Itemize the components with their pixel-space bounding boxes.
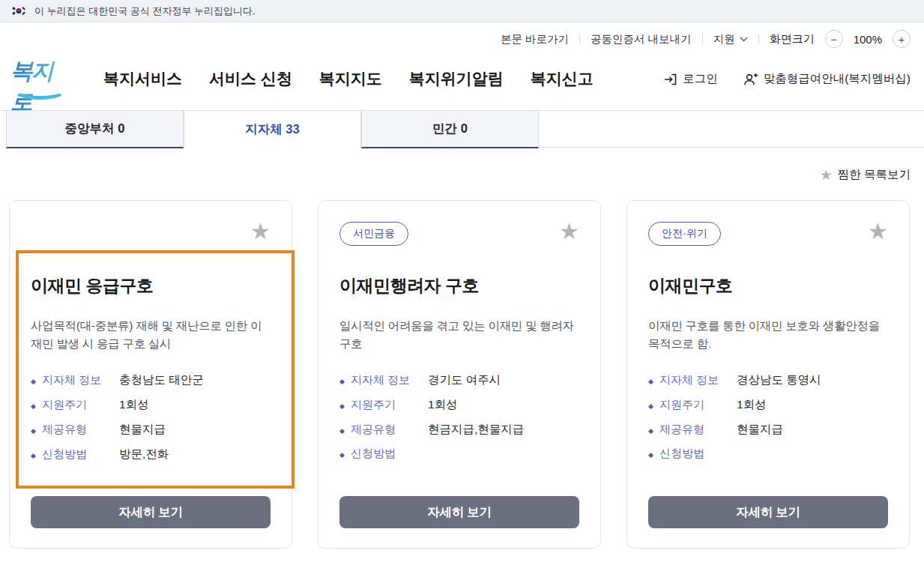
screen-size-label: 화면크기 bbox=[770, 32, 815, 46]
logo-smile-arc bbox=[13, 82, 66, 100]
nav-welfare-crisis-alert[interactable]: 복지위기알림 bbox=[409, 68, 504, 89]
diamond-bullet: ◆ bbox=[648, 451, 653, 459]
detail-value: 현금지급,현물지급 bbox=[428, 422, 524, 438]
detail-value: 1회성 bbox=[428, 397, 458, 413]
membership-label: 맞춤형급여안내(복지멤버십) bbox=[764, 71, 911, 87]
detail-row: ◆지자체 정보 충청남도 태안군 bbox=[31, 372, 271, 387]
detail-row: ◆신청방법 bbox=[339, 447, 579, 461]
detail-label: 제공유형 bbox=[351, 423, 396, 437]
login-label: 로그인 bbox=[683, 71, 718, 87]
favorites-list-link[interactable]: ★ 찜한 목록보기 bbox=[820, 166, 911, 184]
main-nav: 복지서비스 서비스 신청 복지지도 복지위기알림 복지신고 bbox=[103, 68, 594, 89]
service-details: ◆지자체 정보 경기도 여주시 ◆지원주기 1회성 ◆제공유형 현금지급,현물지… bbox=[339, 372, 579, 461]
detail-label: 제공유형 bbox=[659, 423, 704, 437]
detail-row: ◆지자체 정보 경기도 여주시 bbox=[339, 372, 579, 387]
service-description: 이재민 구호를 통한 이재민 보호와 생활안정을 목적으로 함. bbox=[648, 317, 888, 372]
detail-row: ◆지자체 정보 경상남도 통영시 bbox=[648, 372, 888, 387]
detail-label: 지원주기 bbox=[42, 398, 87, 412]
service-title: 이재민 응급구호 bbox=[31, 274, 271, 297]
category-badge: 안전·위기 bbox=[648, 222, 721, 246]
diamond-bullet: ◆ bbox=[31, 378, 36, 385]
detail-label: 신청방법 bbox=[659, 447, 704, 461]
detail-value: 현물지급 bbox=[119, 422, 166, 438]
star-icon: ★ bbox=[820, 166, 833, 184]
detail-value: 경상남도 통영시 bbox=[737, 372, 821, 388]
gov-banner-text: 이 누리집은 대한민국 공식 전자정부 누리집입니다. bbox=[34, 4, 256, 18]
diamond-bullet: ◆ bbox=[339, 402, 345, 410]
service-card: ★ 이재민 응급구호 사업목적(대-중분류) 재해 및 재난으로 인한 이재민 … bbox=[9, 200, 292, 549]
support-dropdown[interactable]: 지원 bbox=[713, 32, 748, 46]
diamond-bullet: ◆ bbox=[648, 402, 653, 410]
diamond-bullet: ◆ bbox=[648, 378, 653, 385]
korea-flag-icon bbox=[10, 5, 27, 16]
detail-label: 지자체 정보 bbox=[351, 373, 410, 387]
diamond-bullet: ◆ bbox=[339, 378, 345, 385]
gov-banner: 이 누리집은 대한민국 공식 전자정부 누리집입니다. bbox=[0, 0, 924, 22]
certificate-export-link[interactable]: 공동인증서 내보내기 bbox=[591, 32, 692, 46]
nav-welfare-services[interactable]: 복지서비스 bbox=[103, 68, 182, 89]
divider bbox=[579, 34, 580, 44]
service-title: 이재민구호 bbox=[648, 274, 888, 297]
service-details: ◆지자체 정보 충청남도 태안군 ◆지원주기 1회성 ◆제공유형 현물지급 ◆신… bbox=[31, 372, 271, 461]
tab-local-gov[interactable]: 지자체 33 bbox=[184, 111, 361, 148]
detail-row: ◆제공유형 현금지급,현물지급 bbox=[339, 422, 579, 436]
diamond-bullet: ◆ bbox=[31, 452, 36, 459]
detail-value: 경기도 여주시 bbox=[428, 372, 501, 388]
utility-bar: 본문 바로가기 공동인증서 내보내기 지원 화면크기 − 100% + bbox=[0, 22, 924, 55]
detail-row: ◆지원주기 1회성 bbox=[31, 397, 271, 411]
detail-row: ◆제공유형 현물지급 bbox=[31, 422, 271, 436]
view-details-button[interactable]: 자세히 보기 bbox=[31, 496, 271, 528]
service-description: 일시적인 어려움을 겪고 있는 이재민 및 행려자 구호 bbox=[339, 317, 579, 372]
detail-row: ◆지원주기 1회성 bbox=[339, 397, 579, 411]
login-button[interactable]: 로그인 bbox=[663, 71, 718, 87]
diamond-bullet: ◆ bbox=[339, 427, 345, 435]
chevron-down-icon bbox=[740, 37, 748, 42]
divider bbox=[758, 34, 759, 44]
service-card-list: ★ 이재민 응급구호 사업목적(대-중분류) 재해 및 재난으로 인한 이재민 … bbox=[9, 200, 910, 549]
zoom-out-button[interactable]: − bbox=[825, 30, 843, 48]
detail-label: 지원주기 bbox=[659, 398, 704, 412]
skip-to-content-link[interactable]: 본문 바로가기 bbox=[501, 32, 569, 46]
zoom-level: 100% bbox=[854, 33, 882, 46]
favorite-star-button[interactable]: ★ bbox=[250, 220, 271, 243]
diamond-bullet: ◆ bbox=[31, 402, 36, 410]
zoom-in-button[interactable]: + bbox=[893, 30, 911, 48]
detail-label: 제공유형 bbox=[42, 423, 87, 437]
detail-value: 방문,전화 bbox=[119, 447, 169, 462]
nav-welfare-map[interactable]: 복지지도 bbox=[319, 68, 382, 89]
diamond-bullet: ◆ bbox=[31, 427, 36, 435]
nav-welfare-report[interactable]: 복지신고 bbox=[531, 68, 594, 89]
login-icon bbox=[663, 73, 677, 86]
detail-row: ◆지원주기 1회성 bbox=[648, 397, 888, 411]
site-header: 복지로 복지서비스 서비스 신청 복지지도 복지위기알림 복지신고 로그인 bbox=[0, 55, 924, 110]
service-card: 서민금융 ★ 이재민행려자 구호 일시적인 어려움을 겪고 있는 이재민 및 행… bbox=[318, 200, 601, 549]
tab-central-gov[interactable]: 중앙부처 0 bbox=[6, 111, 184, 148]
detail-row: ◆신청방법 방문,전화 bbox=[31, 447, 271, 461]
tabbar-filler bbox=[539, 111, 924, 148]
membership-guide-button[interactable]: 맞춤형급여안내(복지멤버십) bbox=[743, 71, 911, 87]
service-description: 사업목적(대-중분류) 재해 및 재난으로 인한 이재민 발생 시 응급 구호 … bbox=[31, 317, 271, 372]
detail-value: 1회성 bbox=[119, 397, 149, 413]
detail-label: 지자체 정보 bbox=[42, 373, 101, 387]
nav-service-apply[interactable]: 서비스 신청 bbox=[209, 68, 292, 89]
service-details: ◆지자체 정보 경상남도 통영시 ◆지원주기 1회성 ◆제공유형 현물지급 ◆신… bbox=[648, 372, 888, 461]
favorite-star-button[interactable]: ★ bbox=[559, 220, 579, 243]
view-details-button[interactable]: 자세히 보기 bbox=[648, 496, 888, 528]
detail-value: 충청남도 태안군 bbox=[119, 372, 204, 388]
detail-value: 현물지급 bbox=[737, 422, 783, 438]
service-card: 안전·위기 ★ 이재민구호 이재민 구호를 통한 이재민 보호와 생활안정을 목… bbox=[626, 200, 910, 549]
detail-row: ◆제공유형 현물지급 bbox=[648, 422, 888, 436]
detail-row: ◆신청방법 bbox=[648, 447, 888, 461]
detail-label: 신청방법 bbox=[42, 447, 87, 462]
favorite-star-button[interactable]: ★ bbox=[868, 220, 888, 243]
detail-value: 1회성 bbox=[737, 397, 767, 413]
view-details-button[interactable]: 자세히 보기 bbox=[339, 496, 579, 528]
bokjiro-logo[interactable]: 복지로 bbox=[10, 56, 72, 103]
support-label: 지원 bbox=[713, 32, 735, 46]
diamond-bullet: ◆ bbox=[648, 427, 653, 435]
favorites-label: 찜한 목록보기 bbox=[838, 167, 911, 183]
detail-label: 신청방법 bbox=[351, 447, 396, 461]
tab-private[interactable]: 민간 0 bbox=[361, 111, 539, 148]
detail-label: 지원주기 bbox=[351, 398, 396, 412]
detail-label: 지자체 정보 bbox=[659, 373, 719, 387]
